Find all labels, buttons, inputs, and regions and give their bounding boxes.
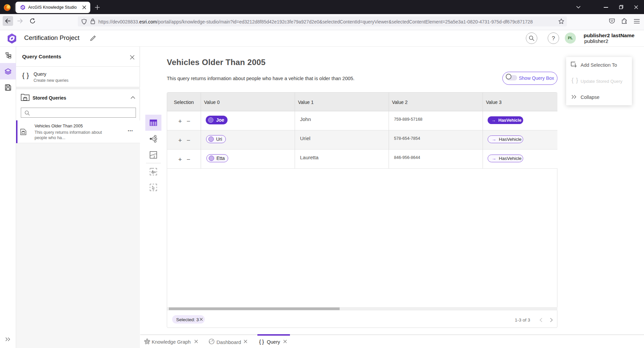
svg-text:?: ? — [552, 35, 555, 42]
